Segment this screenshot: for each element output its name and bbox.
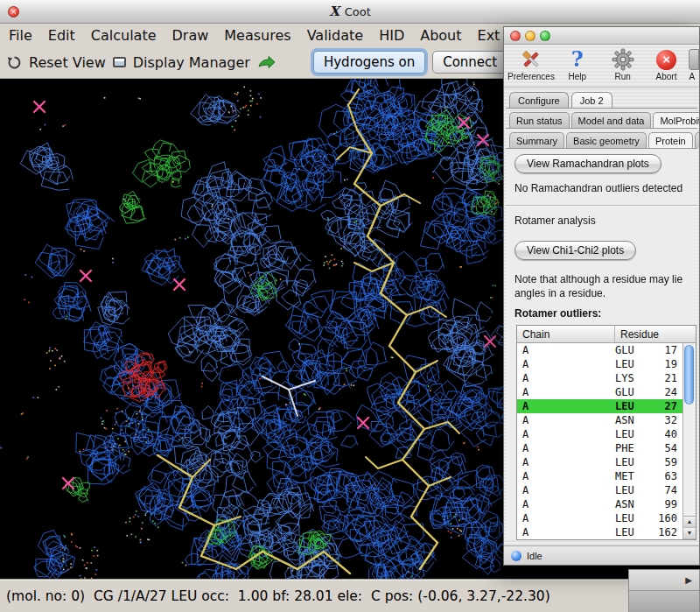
- table-scrollbar[interactable]: ▲ ▼: [682, 343, 696, 539]
- menu-ext[interactable]: Ext: [470, 27, 508, 44]
- reset-view-button[interactable]: Reset View: [29, 54, 106, 71]
- help-label: Help: [569, 72, 587, 81]
- rotamer-outliers-label: Rotamer outliers:: [514, 307, 697, 320]
- scroll-right-icon[interactable]: ▶: [685, 575, 692, 585]
- run-label: Run: [615, 72, 631, 81]
- abort-button[interactable]: ×Abort: [646, 47, 688, 81]
- rotamer-note-line2: angles in a residue.: [514, 286, 697, 300]
- dialog-toolbar: Preferences?HelpRun×AbortA: [504, 45, 699, 88]
- dialog-innertabs: SummaryBasic geometryProteinC: [506, 129, 697, 149]
- hydrogens-toggle[interactable]: Hydrogens on: [313, 51, 425, 74]
- close-icon[interactable]: ×: [8, 6, 19, 18]
- display-manager-button[interactable]: Display Manager: [133, 54, 250, 71]
- rotamer-row-leu-160[interactable]: ALEU160: [517, 511, 682, 525]
- dialog-titlebar[interactable]: [504, 27, 699, 45]
- molprobity-page: SummaryBasic geometryProteinC View Ramac…: [506, 128, 697, 540]
- rotamer-outliers-table: Chain Residue AGLU17ALEU19ALYS21AGLU24AL…: [516, 325, 696, 540]
- go-arrow-icon[interactable]: [257, 55, 276, 69]
- rotamer-row-leu-74[interactable]: ALEU74: [517, 483, 682, 497]
- status-dot-icon: [511, 551, 522, 561]
- help-icon: ?: [571, 47, 584, 72]
- rotamer-row-asn-99[interactable]: AASN99: [517, 497, 682, 511]
- reset-view-icon[interactable]: [7, 55, 22, 70]
- help-button[interactable]: ?Help: [556, 47, 598, 81]
- subtab-run-status[interactable]: Run status: [509, 112, 570, 128]
- rotamer-row-lys-21[interactable]: ALYS21: [517, 371, 682, 385]
- scrollbar-thumb[interactable]: [684, 345, 694, 404]
- subtab-molprobity[interactable]: MolProbity: [653, 112, 700, 128]
- menu-validate[interactable]: Validate: [299, 27, 371, 44]
- partial-label: A: [689, 72, 695, 81]
- job-notebook: Run statusModel and dataMolProbity Summa…: [506, 108, 697, 540]
- rotamer-note-line1: Note that although a residue may lie: [514, 272, 697, 286]
- preferences-icon: [520, 47, 542, 72]
- screen: × X Coot FileEditCalculateDrawMeasuresVa…: [0, 0, 700, 612]
- run-button[interactable]: Run: [602, 47, 644, 81]
- scroll-down-icon[interactable]: ▼: [683, 528, 696, 539]
- dialog-status-text: Idle: [527, 551, 542, 561]
- partial-icon: [689, 47, 699, 72]
- coot-statusbar: (mol. no: 0) CG /1/A/27 LEU occ: 1.00 bf…: [0, 579, 700, 612]
- preferences-button[interactable]: Preferences: [508, 47, 555, 81]
- background-window-corner: ▶: [628, 569, 700, 612]
- scroll-up-icon[interactable]: ▲: [683, 517, 696, 528]
- separator: [506, 205, 697, 207]
- clipped-toolbar-item[interactable]: A: [689, 47, 699, 81]
- innertab-protein[interactable]: Protein: [648, 132, 693, 148]
- rotamer-section-title: Rotamer analysis: [514, 215, 697, 227]
- run-icon: [612, 47, 634, 72]
- menu-hid[interactable]: HID: [371, 27, 412, 44]
- close-traffic-icon[interactable]: [510, 31, 521, 41]
- molprobity-dialog: Preferences?HelpRun×AbortA ConfigureJob …: [503, 26, 700, 566]
- rotamer-note: Note that although a residue may lie ang…: [514, 272, 697, 300]
- abort-label: Abort: [656, 72, 677, 81]
- zoom-traffic-icon[interactable]: [540, 31, 550, 41]
- preferences-label: Preferences: [508, 72, 555, 81]
- display-manager-icon[interactable]: [113, 57, 126, 67]
- rotamer-row-leu-19[interactable]: ALEU19: [517, 357, 682, 371]
- rotamer-row-leu-40[interactable]: ALEU40: [517, 427, 682, 441]
- rotamer-row-leu-59[interactable]: ALEU59: [517, 455, 682, 469]
- rotamer-row-leu-162[interactable]: ALEU162: [517, 525, 682, 539]
- tab-configure[interactable]: Configure: [509, 92, 569, 108]
- rotamer-row-met-63[interactable]: AMET63: [517, 469, 682, 483]
- protein-tab-content: View Ramachandran plots No Ramachandran …: [506, 149, 697, 540]
- subtab-model-and-data[interactable]: Model and data: [571, 112, 652, 128]
- chain-column-header[interactable]: Chain: [517, 326, 615, 342]
- innertab-basic-geometry[interactable]: Basic geometry: [566, 132, 647, 148]
- menu-about[interactable]: About: [412, 27, 469, 44]
- corner-scroll-area: ▶: [629, 570, 699, 591]
- view-ramachandran-button[interactable]: View Ramachandran plots: [514, 154, 662, 173]
- rotamer-row-phe-54[interactable]: APHE54: [517, 441, 682, 455]
- view-chi-plots-button[interactable]: View Chi1-Chi2 plots: [514, 241, 636, 260]
- table-header: Chain Residue: [517, 326, 696, 343]
- corner-lower-strip: [629, 591, 699, 612]
- ramachandran-result: No Ramachandran outliers detected: [514, 182, 697, 194]
- scrollbar-arrows: ▲ ▼: [683, 516, 696, 539]
- rotamer-row-glu-17[interactable]: AGLU17: [517, 343, 682, 357]
- abort-icon: ×: [656, 47, 676, 72]
- residue-column-header[interactable]: Residue: [615, 326, 696, 342]
- connect-button[interactable]: Connect: [432, 51, 508, 74]
- title-text: Coot: [345, 5, 371, 18]
- rotamer-row-glu-24[interactable]: AGLU24: [517, 385, 682, 399]
- rotamer-table-body: AGLU17ALEU19ALYS21AGLU24ALEU27AASN32ALEU…: [517, 343, 682, 539]
- innertab-c[interactable]: C: [695, 132, 700, 148]
- dialog-statusbar: Idle: [504, 545, 699, 565]
- dialog-subtabs: Run statusModel and dataMolProbity: [506, 109, 697, 128]
- coot-titlebar: × X Coot: [0, 0, 700, 24]
- minimize-traffic-icon[interactable]: [525, 31, 536, 41]
- innertab-summary[interactable]: Summary: [509, 132, 564, 148]
- rotamer-row-asn-32[interactable]: AASN32: [517, 413, 682, 427]
- tab-job-2[interactable]: Job 2: [571, 92, 612, 108]
- menu-edit[interactable]: Edit: [40, 27, 83, 44]
- menu-measures[interactable]: Measures: [216, 27, 298, 44]
- rotamer-row-leu-27[interactable]: ALEU27: [517, 399, 682, 413]
- menu-calculate[interactable]: Calculate: [83, 27, 164, 44]
- window-title: X Coot: [329, 5, 371, 18]
- dialog-tabs: ConfigureJob 2: [504, 88, 699, 108]
- menu-draw[interactable]: Draw: [164, 27, 217, 44]
- menu-file[interactable]: File: [9, 27, 40, 44]
- x11-icon: X: [329, 6, 340, 18]
